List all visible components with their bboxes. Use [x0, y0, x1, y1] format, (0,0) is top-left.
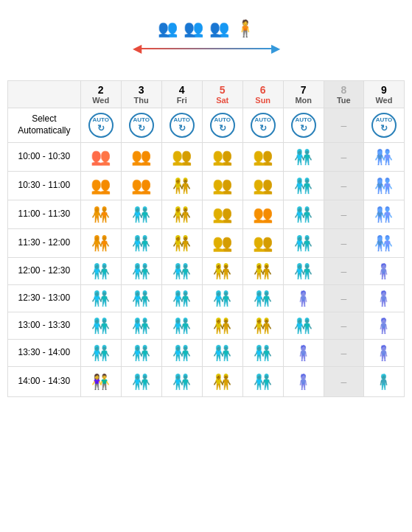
cell-7-0[interactable]: 👫 [80, 340, 121, 367]
time-row: 14:00 - 14:30👫👫👫👫👫🧍–🧍 [8, 367, 405, 397]
cell-2-4[interactable]: 👥 [242, 200, 283, 229]
cell-2-0[interactable]: 👫 [80, 200, 121, 229]
cell-8-4[interactable]: 👫 [242, 367, 283, 397]
cell-2-3[interactable]: 👥 [202, 200, 242, 229]
cell-6-7[interactable]: 🧍 [363, 312, 404, 340]
cell-1-3[interactable]: 👥 [202, 172, 242, 200]
auto-cell-4[interactable]: AUTO ↻ [161, 108, 202, 143]
auto-cell-6[interactable]: AUTO ↻ [242, 108, 283, 143]
col-header-8: 8 Tue [324, 81, 363, 108]
time-row: 10:00 - 10:30👥👥👥👥👥👫–👫 [8, 143, 405, 172]
cell-6-0[interactable]: 👫 [80, 312, 121, 340]
cell-4-3[interactable]: 👫 [202, 258, 242, 285]
cell-6-2[interactable]: 👫 [161, 312, 202, 340]
auto-button-9[interactable]: AUTO ↻ [371, 113, 397, 138]
cell-1-0[interactable]: 👥 [80, 172, 121, 200]
cell-4-4[interactable]: 👫 [242, 258, 283, 285]
auto-button-3[interactable]: AUTO ↻ [129, 113, 154, 138]
cell-6-6: – [324, 312, 363, 340]
cell-0-7[interactable]: 👫 [363, 143, 404, 172]
cell-7-7[interactable]: 🧍 [363, 340, 404, 367]
cell-7-1[interactable]: 👫 [121, 340, 161, 367]
cell-4-5[interactable]: 👫 [283, 258, 324, 285]
cell-6-1[interactable]: 👫 [121, 312, 161, 340]
auto-button-7[interactable]: AUTO ↻ [291, 113, 316, 138]
cell-4-1[interactable]: 👫 [121, 258, 161, 285]
cell-0-4[interactable]: 👥 [242, 143, 283, 172]
header-row: 2 Wed 3 Thu 4 Fri 5 Sat [8, 81, 405, 108]
auto-cell-7[interactable]: AUTO ↻ [283, 108, 324, 143]
cell-4-0[interactable]: 👫 [80, 258, 121, 285]
icon-many-orange: 👥 [184, 19, 203, 38]
cell-3-4[interactable]: 👥 [242, 229, 283, 258]
cell-8-0[interactable]: 👫 [80, 367, 121, 397]
cell-5-3[interactable]: 👫 [202, 285, 242, 312]
cell-3-1[interactable]: 👫 [121, 229, 161, 258]
cell-2-5[interactable]: 👫 [283, 200, 324, 229]
legend-arrow-row: ◀ ▶ [7, 41, 405, 55]
time-slot-label: 13:00 - 13:30 [8, 312, 81, 340]
cell-8-7[interactable]: 🧍 [363, 367, 404, 397]
cell-1-7[interactable]: 👫 [363, 172, 404, 200]
cell-4-7[interactable]: 🧍 [363, 258, 404, 285]
col-header-2: 2 Wed [80, 81, 121, 108]
cell-7-5[interactable]: 🧍 [283, 340, 324, 367]
cell-2-7[interactable]: 👫 [363, 200, 404, 229]
col-header-7: 7 Mon [283, 81, 324, 108]
cell-5-2[interactable]: 👫 [161, 285, 202, 312]
cell-0-0[interactable]: 👥 [80, 143, 121, 172]
cell-6-4[interactable]: 👫 [242, 312, 283, 340]
cell-1-2[interactable]: 👫 [161, 172, 202, 200]
cell-2-1[interactable]: 👫 [121, 200, 161, 229]
cell-5-1[interactable]: 👫 [121, 285, 161, 312]
cell-3-0[interactable]: 👫 [80, 229, 121, 258]
auto-cell-2[interactable]: AUTO ↻ [80, 108, 121, 143]
time-row: 11:00 - 11:30👫👫👫👥👥👫–👫 [8, 200, 405, 229]
cell-5-0[interactable]: 👫 [80, 285, 121, 312]
cell-4-2[interactable]: 👫 [161, 258, 202, 285]
cell-6-5[interactable]: 👫 [283, 312, 324, 340]
cell-1-5[interactable]: 👫 [283, 172, 324, 200]
time-slot-label: 14:00 - 14:30 [8, 367, 81, 397]
cell-1-4[interactable]: 👥 [242, 172, 283, 200]
cell-3-7[interactable]: 👫 [363, 229, 404, 258]
auto-button-6[interactable]: AUTO ↻ [251, 113, 276, 138]
cell-7-2[interactable]: 👫 [161, 340, 202, 367]
cell-5-7[interactable]: 🧍 [363, 285, 404, 312]
auto-cell-3[interactable]: AUTO ↻ [121, 108, 161, 143]
cell-2-2[interactable]: 👫 [161, 200, 202, 229]
cell-3-2[interactable]: 👫 [161, 229, 202, 258]
cell-7-3[interactable]: 👫 [202, 340, 242, 367]
cell-2-6: – [324, 200, 363, 229]
cell-7-4[interactable]: 👫 [242, 340, 283, 367]
auto-button-2[interactable]: AUTO ↻ [88, 113, 114, 138]
auto-button-5[interactable]: AUTO ↻ [210, 113, 235, 138]
cell-0-2[interactable]: 👥 [161, 143, 202, 172]
time-row: 10:30 - 11:00👥👥👫👥👥👫–👫 [8, 172, 405, 200]
cell-1-1[interactable]: 👥 [121, 172, 161, 200]
auto-cell-8-disabled: – [324, 108, 363, 143]
cell-8-2[interactable]: 👫 [161, 367, 202, 397]
arrow-line [140, 48, 273, 49]
cell-5-5[interactable]: 🧍 [283, 285, 324, 312]
time-slot-label: 12:00 - 12:30 [8, 258, 81, 285]
cell-8-1[interactable]: 👫 [121, 367, 161, 397]
cell-6-3[interactable]: 👫 [202, 312, 242, 340]
cell-3-6: – [324, 229, 363, 258]
cell-0-3[interactable]: 👥 [202, 143, 242, 172]
auto-button-4[interactable]: AUTO ↻ [170, 113, 195, 138]
cell-3-3[interactable]: 👥 [202, 229, 242, 258]
cell-8-5[interactable]: 🧍 [283, 367, 324, 397]
auto-cell-9[interactable]: AUTO ↻ [363, 108, 404, 143]
auto-label: SelectAutomatically [8, 108, 81, 143]
cell-0-5[interactable]: 👫 [283, 143, 324, 172]
cell-8-3[interactable]: 👫 [202, 367, 242, 397]
cell-5-6: – [324, 285, 363, 312]
auto-cell-5[interactable]: AUTO ↻ [202, 108, 242, 143]
cell-5-4[interactable]: 👫 [242, 285, 283, 312]
time-row: 12:00 - 12:30👫👫👫👫👫👫–🧍 [8, 258, 405, 285]
time-slot-label: 11:30 - 12:00 [8, 229, 81, 258]
cell-3-5[interactable]: 👫 [283, 229, 324, 258]
col-header-4: 4 Fri [161, 81, 202, 108]
cell-0-1[interactable]: 👥 [121, 143, 161, 172]
